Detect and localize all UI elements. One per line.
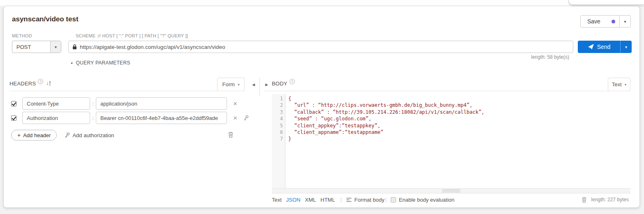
body-mode-text[interactable]: Text (272, 197, 282, 203)
add-header-label: Add header (23, 132, 51, 138)
clear-headers-trash-icon[interactable] (228, 131, 234, 138)
remove-header-icon[interactable]: ✕ (232, 101, 239, 107)
grip-lines-icon (442, 189, 460, 192)
send-button[interactable]: Send ▾ (578, 41, 632, 53)
headers-divider (9, 91, 245, 91)
header-value-input[interactable] (96, 112, 227, 124)
help-icon[interactable]: ? (38, 79, 43, 84)
body-footer-toolbar: Text JSON XML HTML | Format body | Enabl… (272, 196, 629, 203)
body-section-header: BODY ? (272, 81, 295, 87)
headers-view-value: Form (222, 81, 235, 87)
body-mode-xml[interactable]: XML (305, 197, 316, 203)
header-key-input[interactable] (22, 97, 90, 110)
enable-body-evaluation-label: Enable body evaluation (399, 197, 454, 203)
chevron-down-icon: ▾ (625, 83, 627, 87)
send-button-main[interactable]: Send (578, 41, 620, 53)
line-number: 2 (272, 102, 285, 108)
line-number: 3 (272, 109, 285, 115)
headers-actions-row: + Add header Add authorization (11, 130, 114, 140)
body-title: BODY (272, 81, 287, 87)
code-line: “url” : “http://clips.vorwaerts-gmbh.de/… (288, 102, 630, 108)
unsaved-dot-icon (612, 20, 615, 23)
code-line: } (288, 136, 630, 142)
enable-body-evaluation-checkbox[interactable] (391, 197, 396, 202)
editor-gutter: 1 2 3 4 5 6 7 (272, 94, 285, 188)
header-enabled-checkbox[interactable] (11, 101, 16, 106)
help-icon[interactable]: ? (290, 79, 295, 84)
request-editor-screen: asynscan/video test Save ▾ METHOD SCHEME… (0, 0, 644, 214)
line-number: 6 (272, 129, 285, 136)
colon-separator: : (90, 115, 96, 121)
save-button[interactable]: Save ▾ (580, 15, 631, 28)
overlay-tab-fragment (568, 0, 644, 5)
page-title: asynscan/video test (12, 15, 79, 23)
line-number: 5 (272, 122, 285, 129)
top-strip (0, 0, 644, 6)
plus-icon: + (17, 132, 21, 138)
url-field[interactable] (68, 41, 573, 53)
send-dropdown-button[interactable]: ▾ (620, 41, 632, 53)
chevron-down-icon: ▾ (238, 83, 240, 87)
panel-divider (259, 78, 260, 97)
header-row: : ✕ (9, 112, 256, 124)
key-icon (64, 132, 70, 138)
remove-header-icon[interactable]: ✕ (232, 115, 239, 121)
url-input[interactable] (80, 44, 573, 50)
body-mode-json[interactable]: JSON (286, 197, 301, 203)
headers-section-header: HEADERS ? ↓ AZ (9, 81, 51, 87)
sort-az-icon[interactable]: ↓ AZ (46, 81, 51, 86)
headers-title: HEADERS (9, 81, 36, 87)
authorization-key-icon[interactable] (243, 115, 249, 121)
code-line: “client_appkey”:“testappkey”, (288, 122, 630, 129)
line-number: 7 (272, 136, 285, 142)
method-label: METHOD (12, 33, 32, 38)
enable-body-evaluation-toggle[interactable]: Enable body evaluation (391, 197, 454, 203)
body-footer-right: length: 227 bytes (581, 197, 629, 203)
collapse-body-icon[interactable]: ▶ (265, 83, 268, 87)
method-value: POST (12, 44, 50, 50)
url-length-label: length: 58 byte(s) (531, 54, 569, 60)
lock-icon (72, 44, 77, 50)
colon-separator: : (90, 101, 96, 107)
body-mode-html[interactable]: HTML (320, 197, 335, 203)
method-select[interactable]: POST ▾ (12, 41, 61, 53)
body-editor[interactable]: { “url” : “http://clips.vorwaerts-gmbh.d… (285, 94, 630, 188)
body-length-label: length: 227 bytes (591, 197, 629, 202)
code-line: “seed” : “ugc.glodon.com”, (288, 115, 630, 122)
line-number: 1 (272, 95, 285, 102)
line-number: 4 (272, 115, 285, 122)
send-label: Send (597, 44, 611, 50)
body-type-dropdown[interactable]: Text ▾ (608, 78, 630, 91)
chevron-down-icon: ▾ (624, 19, 626, 24)
format-lines-icon (346, 197, 352, 202)
request-card: asynscan/video test Save ▾ METHOD SCHEME… (3, 6, 640, 208)
save-label: Save (587, 18, 600, 25)
clear-body-trash-icon[interactable] (581, 197, 587, 203)
header-key-input[interactable] (22, 112, 90, 124)
add-authorization-label: Add authorization (72, 132, 114, 138)
chevron-down-icon: ▾ (50, 41, 61, 53)
body-type-value: Text (612, 81, 622, 87)
header-value-input[interactable] (96, 97, 227, 110)
header-row: : ✕ (9, 97, 256, 110)
body-divider (264, 91, 630, 91)
format-body-button[interactable]: Format body (346, 197, 385, 203)
save-button-main[interactable]: Save (581, 16, 619, 27)
triangle-right-icon: ▸ (71, 61, 73, 65)
code-line: { (288, 95, 630, 102)
chevron-down-icon: ▾ (625, 45, 627, 49)
paper-plane-icon (588, 44, 594, 50)
scheme-label: SCHEME :// HOST [ ":" PORT ] [ PATH [ "?… (76, 33, 188, 38)
query-parameters-label: QUERY PARAMETERS (76, 60, 130, 66)
header-enabled-checkbox[interactable] (11, 115, 16, 121)
collapse-headers-icon[interactable]: ◀ (252, 83, 255, 87)
add-authorization-link[interactable]: Add authorization (64, 132, 114, 138)
save-dropdown-button[interactable]: ▾ (619, 16, 630, 27)
code-line: “client_appname”:“testappname” (288, 129, 630, 136)
add-header-button[interactable]: + Add header (11, 130, 57, 140)
separator: | (341, 197, 342, 202)
editor-resize-handle[interactable] (272, 188, 630, 193)
headers-view-dropdown[interactable]: Form ▾ (217, 78, 245, 91)
code-line: “callback” : “http://39.105.214.226:1808… (288, 109, 630, 115)
query-parameters-toggle[interactable]: ▸ QUERY PARAMETERS (71, 60, 130, 66)
